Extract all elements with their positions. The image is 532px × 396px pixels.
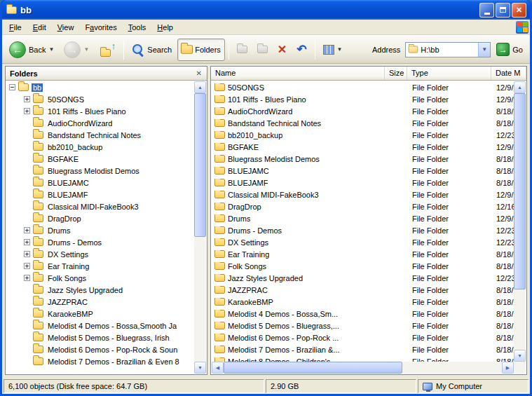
back-button[interactable]: ← Back ▼ <box>5 39 58 61</box>
file-row[interactable]: Melodist 5 Demos - Bluegrass,...File Fol… <box>212 320 514 332</box>
tree-item-label[interactable]: 101 Riffs - Blues Piano <box>46 107 128 116</box>
folders-button[interactable]: Folders <box>177 39 225 61</box>
up-button[interactable]: ↑ <box>95 39 120 61</box>
tree-item-label[interactable]: bb2010_backup <box>46 143 104 151</box>
file-row[interactable]: BLUEJAMFFile Folder8/18/2 <box>212 177 514 189</box>
file-row[interactable]: DX SettingsFile Folder12/23/ <box>212 236 514 248</box>
tree-item-label[interactable]: 50SONGS <box>46 95 86 104</box>
menu-item-view[interactable]: View <box>52 21 80 34</box>
horizontal-scrollbar[interactable]: ◀ ▶ <box>212 362 514 374</box>
tree-scrollbar[interactable]: ▲ ▼ <box>194 81 206 374</box>
tree-item-label[interactable]: AudioChordWizard <box>46 119 114 128</box>
file-row[interactable]: AudioChordWizardFile Folder8/18/2 <box>212 105 514 117</box>
address-bar[interactable]: H:\bb ▼ <box>405 42 491 57</box>
address-dropdown-button[interactable]: ▼ <box>478 43 490 57</box>
move-to-button[interactable] <box>233 39 252 61</box>
file-row[interactable]: Folk SongsFile Folder8/18/2 <box>212 260 514 272</box>
tree-item[interactable]: Bluegrass Melodist Demos <box>6 165 194 177</box>
file-row[interactable]: 101 Riffs - Blues PianoFile Folder12/9/2 <box>212 93 514 105</box>
tree-item[interactable]: BGFAKE <box>6 153 194 165</box>
tree-item-label[interactable]: Jazz Styles Upgraded <box>46 286 124 294</box>
tree-item-label[interactable]: Drums - Demos <box>46 238 103 247</box>
tree-scroll-thumb[interactable] <box>194 93 206 237</box>
tree-item[interactable]: +50SONGS <box>6 93 194 105</box>
menu-item-favorites[interactable]: Favorites <box>79 21 122 34</box>
forward-button[interactable]: → ▼ <box>60 39 93 61</box>
titlebar[interactable]: bb ✕ <box>2 0 530 20</box>
list-scrollbar[interactable]: ▲ ▼ <box>514 81 526 362</box>
views-dropdown-icon[interactable]: ▼ <box>337 46 343 53</box>
file-row[interactable]: Ear TrainingFile Folder8/18/2 <box>212 248 514 260</box>
tree-item[interactable]: Melodist 4 Demos - Bossa,Smooth Ja <box>6 320 194 332</box>
delete-button[interactable]: ✕ <box>273 39 291 61</box>
tree-item[interactable]: Jazz Styles Upgraded <box>6 284 194 296</box>
tree-item-label[interactable]: Melodist 4 Demos - Bossa,Smooth Ja <box>46 322 178 330</box>
go-button[interactable]: → Go <box>492 43 527 56</box>
address-value[interactable]: H:\bb <box>421 46 476 54</box>
file-row[interactable]: BGFAKEFile Folder12/9/2 <box>212 141 514 153</box>
menu-item-edit[interactable]: Edit <box>27 21 52 34</box>
file-row[interactable]: DrumsFile Folder12/9/2 <box>212 212 514 224</box>
scroll-right-button[interactable]: ▶ <box>502 362 514 374</box>
tree-item[interactable]: DragDrop <box>6 212 194 224</box>
tree-item[interactable]: BLUEJAMF <box>6 189 194 200</box>
tree-item[interactable]: Melodist 7 Demos - Brazilian & Even 8 <box>6 355 194 367</box>
scroll-up-button[interactable]: ▲ <box>194 81 206 93</box>
expand-icon[interactable]: + <box>24 108 30 114</box>
tree-item-label[interactable]: Melodist 6 Demos - Pop-Rock & Soun <box>46 346 179 354</box>
scroll-left-button[interactable]: ◀ <box>212 362 224 374</box>
undo-button[interactable]: ↶ <box>292 39 311 61</box>
expand-icon[interactable]: + <box>24 263 30 269</box>
tree-item-label[interactable]: Melodist 7 Demos - Brazilian & Even 8 <box>46 357 181 366</box>
tree-item[interactable]: BLUEJAMC <box>6 177 194 189</box>
file-row[interactable]: Drums - DemosFile Folder12/23/ <box>212 224 514 236</box>
file-row[interactable]: Classical MIDI-FakeBook3File Folder12/9/… <box>212 189 514 200</box>
tree-item[interactable]: +Ear Training <box>6 260 194 272</box>
tree-item-label[interactable]: Drums <box>46 226 71 235</box>
tree-item[interactable]: +101 Riffs - Blues Piano <box>6 105 194 117</box>
file-row[interactable]: Melodist 8 Demos - Children'sFile Folder… <box>212 355 514 362</box>
column-header-name[interactable]: Name <box>211 67 385 80</box>
collapse-icon[interactable]: − <box>9 84 15 90</box>
tree-item-label[interactable]: bb <box>32 83 43 92</box>
copy-to-button[interactable] <box>253 39 272 61</box>
scroll-down-button[interactable]: ▼ <box>514 350 526 362</box>
tree-item-label[interactable]: Ear Training <box>46 262 90 271</box>
horizontal-scroll-thumb[interactable] <box>224 362 402 374</box>
column-header-size[interactable]: Size <box>385 67 407 80</box>
tree-item-label[interactable]: Bandstand Technical Notes <box>46 131 142 139</box>
tree-item-label[interactable]: BLUEJAMC <box>46 179 90 187</box>
search-button[interactable]: Search <box>128 39 176 61</box>
tree-item[interactable]: Melodist 5 Demos - Bluegrass, Irish <box>6 332 194 343</box>
tree-item-label[interactable]: JAZZPRAC <box>46 298 89 306</box>
tree-item[interactable]: Bandstand Technical Notes <box>6 129 194 141</box>
file-row[interactable]: Melodist 4 Demos - Bossa,Sm...File Folde… <box>212 308 514 320</box>
expand-icon[interactable]: + <box>24 239 30 245</box>
tree-item-label[interactable]: Melodist 5 Demos - Bluegrass, Irish <box>46 334 171 342</box>
back-dropdown-icon[interactable]: ▼ <box>48 46 54 53</box>
tree-item-label[interactable]: KaraokeBMP <box>46 310 95 318</box>
tree-item-label[interactable]: Classical MIDI-FakeBook3 <box>46 203 140 211</box>
list-scroll-thumb[interactable] <box>514 93 526 289</box>
tree-item[interactable]: +Drums - Demos <box>6 236 194 248</box>
column-header-type[interactable]: Type <box>407 67 491 80</box>
file-row[interactable]: KaraokeBMPFile Folder8/18/2 <box>212 296 514 308</box>
close-button[interactable]: ✕ <box>512 3 526 18</box>
tree-item[interactable]: JAZZPRAC <box>6 296 194 308</box>
tree-item[interactable]: Melodist 6 Demos - Pop-Rock & Soun <box>6 343 194 355</box>
tree-item-label[interactable]: BLUEJAMF <box>46 191 89 199</box>
tree-item[interactable]: bb2010_backup <box>6 141 194 153</box>
tree-item[interactable]: +DX Settings <box>6 248 194 260</box>
file-row[interactable]: JAZZPRACFile Folder8/18/2 <box>212 284 514 296</box>
tree-item[interactable]: −bb <box>6 81 194 93</box>
tree-item[interactable]: +Drums <box>6 224 194 236</box>
menu-item-tools[interactable]: Tools <box>123 21 152 34</box>
file-row[interactable]: BLUEJAMCFile Folder8/18/2 <box>212 165 514 177</box>
expand-icon[interactable]: + <box>24 227 30 233</box>
menu-item-file[interactable]: File <box>4 21 27 34</box>
views-button[interactable]: ▼ <box>319 39 347 61</box>
tree-item[interactable]: KaraokeBMP <box>6 308 194 320</box>
expand-icon[interactable]: + <box>24 275 30 281</box>
menu-item-help[interactable]: Help <box>151 21 179 34</box>
expand-icon[interactable]: + <box>24 96 30 102</box>
